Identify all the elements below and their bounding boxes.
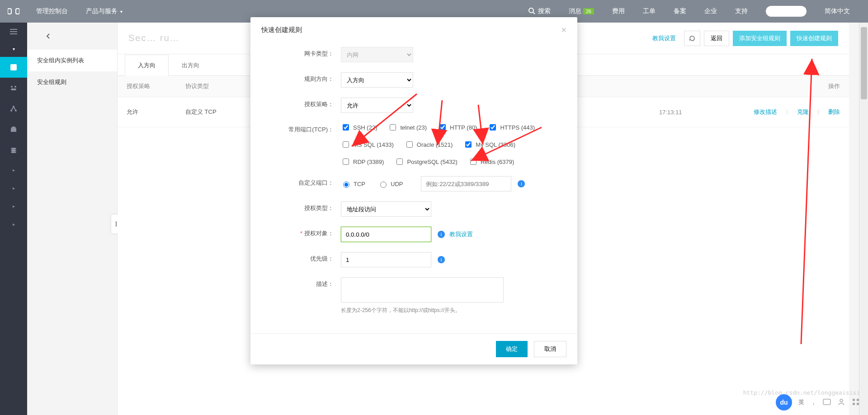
port-label: SSH (22)	[353, 124, 377, 131]
proto-udp-radio[interactable]: UDP	[378, 180, 403, 188]
port-label: telnet (23)	[400, 124, 427, 131]
description-hint: 长度为2-256个字符，不能以http://或https://开头。	[341, 307, 564, 314]
modal-header: 快速创建规则 ×	[250, 17, 577, 42]
custom-port-label: 自定义端口：	[264, 176, 341, 187]
svg-rect-30	[853, 403, 855, 405]
port-checkbox-6[interactable]: My SQL (3306)	[463, 140, 515, 149]
auth-type-label: 授权类型：	[264, 201, 341, 212]
svg-rect-29	[857, 399, 859, 401]
ime-grid-icon[interactable]	[852, 398, 860, 407]
port-checkbox-3[interactable]: HTTPS (443)	[488, 123, 535, 132]
svg-rect-31	[857, 403, 859, 405]
port-label: Oracle (1521)	[417, 141, 453, 148]
port-checkbox-4[interactable]: MS SQL (1433)	[341, 140, 394, 149]
custom-port-input[interactable]	[421, 176, 511, 191]
info-icon-3[interactable]: i	[438, 256, 445, 263]
proto-udp-label: UDP	[391, 181, 403, 187]
auth-obj-help-link[interactable]: 教我设置	[449, 230, 473, 238]
modal-ok-button[interactable]: 确定	[496, 341, 528, 357]
modal-title: 快速创建规则	[261, 26, 302, 34]
proto-tcp-radio[interactable]: TCP	[341, 180, 365, 188]
direction-label: 规则方向：	[264, 72, 341, 83]
info-icon-2[interactable]: i	[438, 231, 445, 238]
svg-rect-28	[853, 399, 855, 401]
description-textarea[interactable]	[341, 277, 504, 303]
port-label: MS SQL (1433)	[353, 141, 394, 148]
proto-tcp-label: TCP	[354, 181, 365, 187]
ime-user-icon[interactable]	[837, 398, 845, 407]
modal-backdrop: 快速创建规则 × 网卡类型： 内网 规则方向： 入方向 授权策略： 允许 常用端…	[0, 0, 868, 415]
port-checkbox-1[interactable]: telnet (23)	[388, 123, 427, 132]
modal-footer: 确定 取消	[250, 333, 577, 364]
port-checkbox-8[interactable]: PostgreSQL (5432)	[395, 157, 458, 166]
port-label: HTTPS (443)	[500, 124, 535, 131]
port-label: HTTP (80)	[450, 124, 477, 131]
svg-rect-26	[823, 399, 830, 405]
ime-punct[interactable]: ，	[811, 398, 816, 406]
port-checkbox-0[interactable]: SSH (22)	[341, 123, 377, 132]
ime-toolbar: du 英 ，	[776, 394, 860, 410]
ports-label: 常用端口(TCP)：	[264, 123, 341, 134]
auth-obj-label: *授权对象：	[264, 227, 341, 238]
baidu-icon[interactable]: du	[776, 394, 792, 410]
port-label: My SQL (3306)	[476, 141, 515, 148]
priority-input[interactable]	[341, 252, 431, 267]
port-label: Redis (6379)	[481, 159, 514, 165]
priority-label: 优先级：	[264, 252, 341, 263]
quick-rule-modal: 快速创建规则 × 网卡类型： 内网 规则方向： 入方向 授权策略： 允许 常用端…	[250, 17, 577, 364]
nic-label: 网卡类型：	[264, 47, 341, 58]
port-checkbox-9[interactable]: Redis (6379)	[468, 157, 514, 166]
auth-obj-input[interactable]	[341, 227, 431, 242]
port-checkbox-5[interactable]: Oracle (1521)	[405, 140, 453, 149]
modal-cancel-button[interactable]: 取消	[534, 341, 566, 357]
port-checkbox-2[interactable]: HTTP (80)	[438, 123, 477, 132]
policy-label: 授权策略：	[264, 98, 341, 108]
port-checkbox-7[interactable]: RDP (3389)	[341, 157, 384, 166]
port-label: RDP (3389)	[353, 159, 384, 165]
nic-select: 内网	[341, 47, 413, 62]
auth-type-select[interactable]: 地址段访问	[341, 201, 431, 217]
info-icon[interactable]: i	[518, 180, 525, 187]
policy-select[interactable]: 允许	[341, 98, 413, 113]
desc-label: 描述：	[264, 277, 341, 288]
svg-point-27	[840, 399, 843, 402]
ime-keyboard-icon[interactable]	[823, 398, 831, 407]
direction-select[interactable]: 入方向	[341, 72, 413, 88]
ports-grid: SSH (22)telnet (23)HTTP (80)HTTPS (443)M…	[341, 123, 540, 166]
modal-close-button[interactable]: ×	[561, 25, 566, 34]
port-label: PostgreSQL (5432)	[407, 159, 458, 165]
ime-lang[interactable]: 英	[798, 398, 804, 406]
